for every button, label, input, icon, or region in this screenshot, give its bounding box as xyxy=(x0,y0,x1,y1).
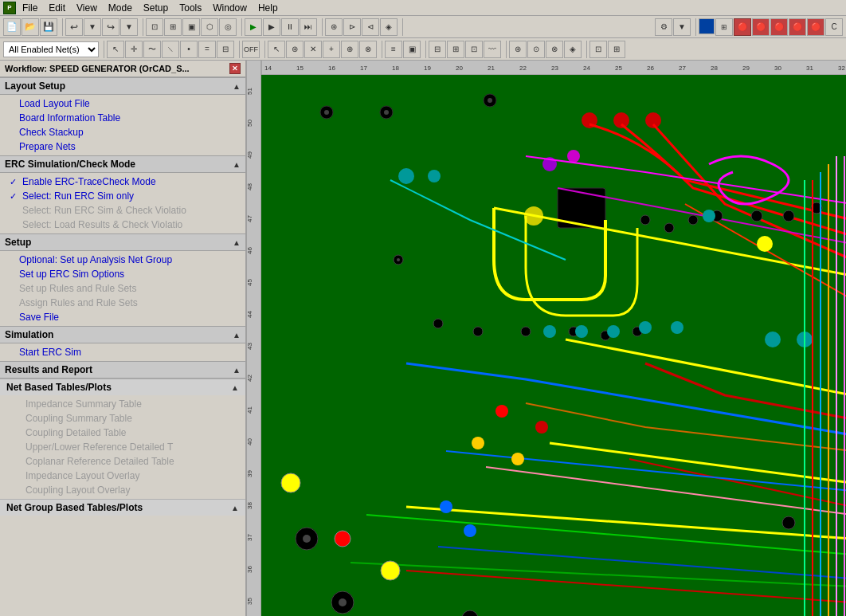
select-run-erc-label: Select: Run ERC Sim only xyxy=(22,190,134,202)
section-simulation[interactable]: Simulation ▲ xyxy=(0,326,245,343)
select-run-check-item[interactable]: Select: Run ERC Sim & Check Violatio xyxy=(0,203,245,218)
section-results[interactable]: Results and Report ▲ xyxy=(0,361,245,379)
tb2-right-7[interactable]: ⊛ xyxy=(509,41,527,58)
setup-rules-link[interactable]: Set up Rules and Rule Sets xyxy=(0,281,245,296)
select-btn3[interactable]: ▣ xyxy=(182,18,200,36)
tb2-right-3[interactable]: ⊟ xyxy=(429,41,446,58)
cursor-btn[interactable]: ↖ xyxy=(107,41,124,58)
run3-button[interactable]: ⏭ xyxy=(300,18,317,36)
dot-btn[interactable]: • xyxy=(180,41,198,58)
undo-dropdown[interactable]: ▼ xyxy=(84,18,101,36)
coplanar-ref-link[interactable]: Coplanar Reference Detailed Table xyxy=(0,454,245,469)
setup-items: Optional: Set up Analysis Net Group Set … xyxy=(0,251,245,326)
select3-btn[interactable]: ⊛ xyxy=(286,41,304,58)
coupling-detailed-link[interactable]: Coupling Detailed Table xyxy=(0,426,245,440)
setup-erc-link[interactable]: Set up ERC Sim Options xyxy=(0,267,245,281)
tb2-right-12[interactable]: ⊞ xyxy=(608,41,625,58)
tb-right-5[interactable]: 🔴 xyxy=(734,18,751,36)
menu-window[interactable]: Window xyxy=(208,1,252,15)
board-info-link[interactable]: Board Information Table xyxy=(0,111,245,125)
stop-button[interactable]: ⏸ xyxy=(281,18,299,36)
select4-btn[interactable]: ✕ xyxy=(304,41,322,58)
load-layout-link[interactable]: Load Layout File xyxy=(0,96,245,111)
open-button[interactable] xyxy=(22,18,39,36)
bar-btn[interactable]: ⊟ xyxy=(217,41,234,58)
redo-button[interactable] xyxy=(102,18,119,36)
tb2-right-5[interactable]: ⊡ xyxy=(465,41,483,58)
tb-right-2[interactable]: ▼ xyxy=(673,18,691,36)
subsection-net-tables[interactable]: Net Based Tables/Plots ▲ xyxy=(0,379,245,395)
select6-btn[interactable]: ⊕ xyxy=(341,41,358,58)
section-layout-setup[interactable]: Layout Setup ▲ xyxy=(0,77,245,95)
enable-erc-item[interactable]: ✓ Enable ERC-TraceCheck Mode xyxy=(0,175,245,189)
select5-btn[interactable]: + xyxy=(323,41,340,58)
tb-btn-a2[interactable]: ⊳ xyxy=(343,18,361,36)
tb-btn-a1[interactable]: ⊛ xyxy=(325,18,343,36)
tb-right-6[interactable]: 🔴 xyxy=(752,18,770,36)
section-simulation-label: Simulation xyxy=(5,329,53,340)
tb-right-8[interactable]: 🔴 xyxy=(789,18,806,36)
select-load-item[interactable]: Select: Load Results & Check Violatio xyxy=(0,218,245,232)
coupling-summary-link[interactable]: Coupling Summary Table xyxy=(0,411,245,426)
run-button[interactable] xyxy=(245,18,262,36)
coupling-overlay-link[interactable]: Coupling Layout Overlay xyxy=(0,483,245,497)
menu-view[interactable]: View xyxy=(72,1,102,15)
equal-btn[interactable]: = xyxy=(198,41,216,58)
menu-setup[interactable]: Setup xyxy=(139,1,173,15)
impedance-summary-link[interactable]: Impedance Summary Table xyxy=(0,397,245,411)
tb2-right-4[interactable]: ⊞ xyxy=(447,41,464,58)
select-btn4[interactable]: ⬡ xyxy=(201,18,218,36)
tb-right-7[interactable]: 🔴 xyxy=(770,18,788,36)
tb2-right-1[interactable]: ≡ xyxy=(385,41,402,58)
upper-lower-ref-link[interactable]: Upper/Lower Reference Detailed T xyxy=(0,440,245,454)
tb2-right-6[interactable]: 〰 xyxy=(484,41,501,58)
menu-edit[interactable]: Edit xyxy=(44,1,70,15)
new-button[interactable] xyxy=(3,18,21,36)
net-dropdown-wrap[interactable]: All Enabled Net(s)Selected NetsNo Nets xyxy=(3,41,99,57)
tb2-right-9[interactable]: ⊗ xyxy=(546,41,563,58)
menu-help[interactable]: Help xyxy=(253,1,283,15)
select-rect-button[interactable]: ⊡ xyxy=(146,18,163,36)
section-setup[interactable]: Setup ▲ xyxy=(0,233,245,251)
tb-right-9[interactable]: 🔴 xyxy=(807,18,824,36)
prepare-nets-link[interactable]: Prepare Nets xyxy=(0,139,245,154)
tb-right-4[interactable]: ⊞ xyxy=(715,18,733,36)
save-button[interactable] xyxy=(40,18,57,36)
menu-mode[interactable]: Mode xyxy=(104,1,137,15)
tb-btn-a3[interactable]: ⊲ xyxy=(362,18,379,36)
check-stackup-link[interactable]: Check Stackup xyxy=(0,125,245,139)
save-file-link[interactable]: Save File xyxy=(0,310,245,324)
tb2-right-2[interactable]: ▣ xyxy=(403,41,421,58)
menu-file[interactable]: File xyxy=(18,1,42,15)
select-btn5[interactable]: ◎ xyxy=(219,18,237,36)
tb2-right-11[interactable]: ⊡ xyxy=(589,41,607,58)
tb2-right-10[interactable]: ◈ xyxy=(564,41,582,58)
workflow-close-button[interactable]: ✕ xyxy=(229,63,241,74)
section-erc[interactable]: ERC Simulation/Check Mode ▲ xyxy=(0,155,245,173)
assign-rules-link[interactable]: Assign Rules and Rule Sets xyxy=(0,296,245,310)
redo-dropdown[interactable]: ▼ xyxy=(120,18,138,36)
select-btn2[interactable]: ⊞ xyxy=(164,18,182,36)
optional-analysis-link[interactable]: Optional: Set up Analysis Net Group xyxy=(0,253,245,267)
tb-btn-a4[interactable]: ◈ xyxy=(380,18,398,36)
subsection-net-tables-label: Net Based Tables/Plots xyxy=(6,382,112,393)
select7-btn[interactable]: ⊗ xyxy=(359,41,377,58)
line-btn[interactable]: ⟍ xyxy=(162,41,179,58)
tb2-right-8[interactable]: ⊙ xyxy=(527,41,545,58)
start-erc-link[interactable]: Start ERC Sim xyxy=(0,345,245,359)
undo-button[interactable] xyxy=(65,18,83,36)
run2-button[interactable]: ▶ xyxy=(263,18,280,36)
subsection-net-group-tables[interactable]: Net Group Based Tables/Plots ▲ xyxy=(0,499,245,516)
tb-right-10[interactable]: C xyxy=(825,18,843,36)
tb-right-3[interactable] xyxy=(699,18,715,34)
off-btn[interactable]: OFF xyxy=(242,41,260,58)
net-tables-items: Impedance Summary Table Coupling Summary… xyxy=(0,395,245,499)
cross-btn[interactable]: ✛ xyxy=(125,41,143,58)
net-dropdown[interactable]: All Enabled Net(s)Selected NetsNo Nets xyxy=(3,41,99,57)
select2-btn[interactable]: ↖ xyxy=(268,41,285,58)
select-run-erc-item[interactable]: ✓ Select: Run ERC Sim only xyxy=(0,189,245,203)
wave-btn[interactable]: 〜 xyxy=(143,41,161,58)
menu-tools[interactable]: Tools xyxy=(174,1,206,15)
impedance-overlay-link[interactable]: Impedance Layout Overlay xyxy=(0,469,245,483)
tb-right-1[interactable]: ⚙ xyxy=(655,18,672,36)
